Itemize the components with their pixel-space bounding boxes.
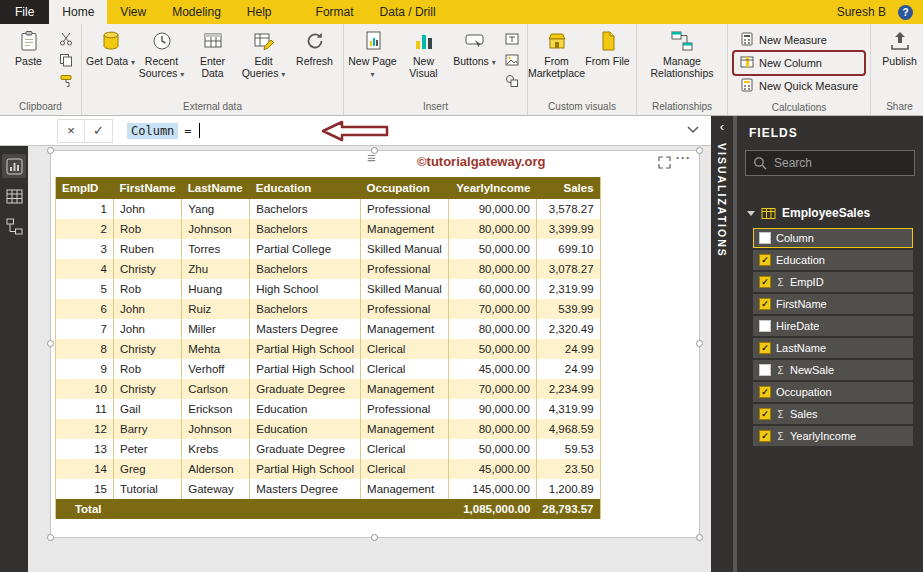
shapes-icon[interactable] xyxy=(503,73,521,89)
field-checkbox[interactable]: ✓ xyxy=(759,254,771,266)
table-cell: Christy xyxy=(114,339,182,359)
from-file-button[interactable]: From File xyxy=(582,25,633,69)
new-quick-measure-button[interactable]: New Quick Measure xyxy=(735,76,863,96)
field-item-empid[interactable]: ✓ Σ EmpID xyxy=(753,272,913,292)
paste-button[interactable]: Paste xyxy=(3,25,54,69)
formula-input[interactable]: Column = xyxy=(113,116,711,145)
tab-file[interactable]: File xyxy=(0,0,49,24)
manage-relationships-button[interactable]: Manage Relationships xyxy=(640,25,724,81)
formula-commit-button[interactable]: ✓ xyxy=(85,120,112,142)
report-view-button[interactable] xyxy=(2,154,26,178)
column-header[interactable]: Occupation xyxy=(361,177,449,199)
new-page-button[interactable]: New Page ▾ xyxy=(347,25,398,81)
column-header[interactable]: Education xyxy=(250,177,361,199)
get-data-button[interactable]: Get Data ▾ xyxy=(85,25,136,69)
expand-triangle-icon[interactable] xyxy=(747,211,755,216)
table-cell: Gail xyxy=(114,399,182,419)
field-item-yearlyincome[interactable]: ✓ Σ YearlyIncome xyxy=(753,426,913,446)
field-checkbox[interactable]: ✓ xyxy=(759,342,771,354)
column-header[interactable]: YearlyIncome xyxy=(448,177,536,199)
marketplace-icon xyxy=(546,29,568,53)
model-view-button[interactable] xyxy=(2,214,26,238)
column-header[interactable]: LastName xyxy=(182,177,250,199)
publish-button[interactable]: Publish xyxy=(874,25,923,69)
column-header[interactable]: FirstName xyxy=(114,177,182,199)
column-header[interactable]: EmpID xyxy=(56,177,114,199)
tab-view[interactable]: View xyxy=(107,0,159,24)
from-marketplace-button[interactable]: From Marketplace xyxy=(531,25,582,81)
cut-icon[interactable] xyxy=(57,31,75,47)
table-cell: Professional xyxy=(361,399,449,419)
new-visual-button[interactable]: New Visual xyxy=(398,25,449,81)
tab-help[interactable]: Help xyxy=(234,0,285,24)
text-box-icon[interactable] xyxy=(503,31,521,47)
formula-cancel-button[interactable]: × xyxy=(58,120,85,142)
tab-format[interactable]: Format xyxy=(303,0,367,24)
column-header[interactable]: Sales xyxy=(536,177,600,199)
table-grid-icon xyxy=(202,29,224,53)
refresh-button[interactable]: Refresh xyxy=(289,25,340,69)
resize-handle[interactable] xyxy=(696,534,703,541)
formula-expand-chevron-icon[interactable] xyxy=(687,126,699,134)
new-column-button[interactable]: New Column xyxy=(735,53,863,73)
field-checkbox[interactable] xyxy=(759,320,771,332)
recent-sources-button[interactable]: Recent Sources ▾ xyxy=(136,25,187,81)
focus-mode-icon[interactable] xyxy=(658,156,671,169)
report-canvas[interactable]: ≡ ©tutorialgateway.org ··· EmpIDFirstNam… xyxy=(28,146,711,572)
field-item-lastname[interactable]: ✓ LastName xyxy=(753,338,913,358)
fields-panel-title: FIELDS xyxy=(737,116,923,148)
field-checkbox[interactable] xyxy=(759,232,771,244)
resize-handle[interactable] xyxy=(47,147,54,154)
signed-in-user[interactable]: Suresh B xyxy=(837,5,886,19)
buttons-button[interactable]: Buttons ▾ xyxy=(449,25,500,69)
resize-handle[interactable] xyxy=(696,340,703,347)
search-input[interactable] xyxy=(774,156,894,170)
tab-modeling[interactable]: Modeling xyxy=(159,0,234,24)
edit-queries-button[interactable]: Edit Queries ▾ xyxy=(238,25,289,81)
table-cell: 4 xyxy=(56,259,114,279)
field-checkbox[interactable] xyxy=(759,364,771,376)
image-icon[interactable] xyxy=(503,52,521,68)
tab-home[interactable]: Home xyxy=(49,0,107,24)
new-visual-label: New Visual xyxy=(399,55,448,79)
field-checkbox[interactable]: ✓ xyxy=(759,298,771,310)
field-checkbox[interactable]: ✓ xyxy=(759,276,771,288)
field-item-education[interactable]: ✓ Education xyxy=(753,250,913,270)
table-cell: 12 xyxy=(56,419,114,439)
field-item-column[interactable]: Column xyxy=(753,228,913,248)
resize-handle[interactable] xyxy=(696,147,703,154)
fields-search-box[interactable] xyxy=(745,150,915,176)
resize-handle[interactable] xyxy=(47,534,54,541)
visualizations-panel-collapsed[interactable]: ‹ VISUALIZATIONS xyxy=(711,116,733,572)
field-item-sales[interactable]: ✓ Σ Sales xyxy=(753,404,913,424)
more-options-icon[interactable]: ··· xyxy=(676,151,691,165)
dataset-employeesales[interactable]: EmployeeSales xyxy=(737,186,923,226)
help-icon[interactable]: ? xyxy=(898,5,913,20)
field-item-firstname[interactable]: ✓ FirstName xyxy=(753,294,913,314)
table-cell: 10 xyxy=(56,379,114,399)
resize-handle[interactable] xyxy=(47,340,54,347)
paste-label: Paste xyxy=(15,55,42,67)
resize-handle[interactable] xyxy=(371,534,378,541)
new-measure-button[interactable]: New Measure xyxy=(735,30,863,50)
enter-data-button[interactable]: Enter Data xyxy=(187,25,238,81)
table-cell: Partial High School xyxy=(250,359,361,379)
format-painter-icon[interactable] xyxy=(57,73,75,89)
table-row: 15TutorialGatewayMasters DegreeManagemen… xyxy=(56,479,601,499)
table-visual[interactable]: ≡ ©tutorialgateway.org ··· EmpIDFirstNam… xyxy=(50,150,700,538)
copy-icon[interactable] xyxy=(57,52,75,68)
table-cell: 6 xyxy=(56,299,114,319)
table-cell: Bachelors xyxy=(250,199,361,219)
tab-data-drill[interactable]: Data / Drill xyxy=(367,0,449,24)
field-item-occupation[interactable]: ✓ Occupation xyxy=(753,382,913,402)
expand-panel-chevron-icon[interactable]: ‹ xyxy=(720,121,724,133)
field-item-newsale[interactable]: Σ NewSale xyxy=(753,360,913,380)
field-checkbox[interactable]: ✓ xyxy=(759,408,771,420)
get-data-label: Get Data ▾ xyxy=(86,55,135,67)
table-icon xyxy=(761,207,776,220)
drag-grip-icon[interactable]: ≡ xyxy=(367,151,376,165)
data-view-button[interactable] xyxy=(2,184,26,208)
field-item-hiredate[interactable]: HireDate xyxy=(753,316,913,336)
field-checkbox[interactable]: ✓ xyxy=(759,386,771,398)
field-checkbox[interactable]: ✓ xyxy=(759,430,771,442)
